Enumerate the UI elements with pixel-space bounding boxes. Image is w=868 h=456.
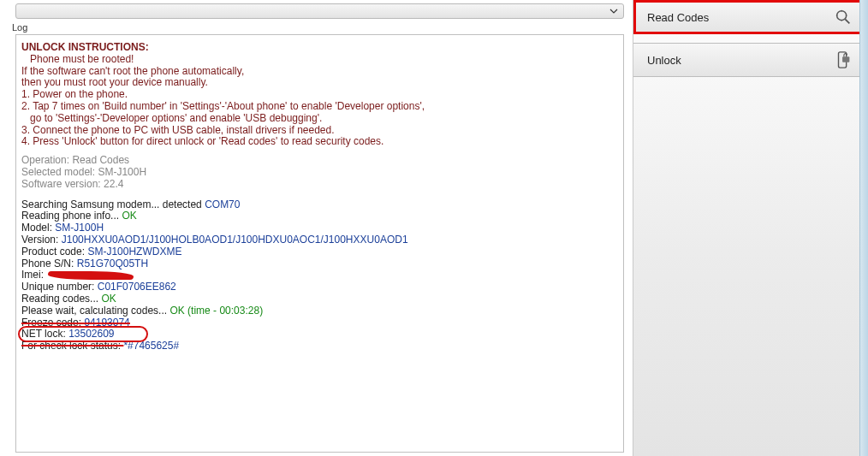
version-line: Version: J100HXXU0AOD1/J100HOLB0AOD1/J10… — [21, 234, 618, 246]
svg-line-1 — [845, 19, 849, 23]
phone-sn-line: Phone S/N: R51G70Q05TH — [21, 258, 618, 270]
read-codes-label: Read Codes — [647, 11, 709, 24]
check-lock-line: For check lock status: *#7465625# — [21, 341, 618, 352]
software-version-line: Software version: 22.4 — [21, 179, 618, 191]
imei-line: Imei: — [21, 269, 618, 281]
operation-line: Operation: Read Codes — [21, 155, 618, 167]
instruction-line: go to 'Settings'-'Developer options' and… — [21, 113, 618, 125]
reading-info-line: Reading phone info... OK — [21, 210, 618, 222]
svg-point-0 — [837, 11, 847, 21]
selected-model-line: Selected model: SM-J100H — [21, 167, 618, 179]
chevron-down-icon — [608, 5, 620, 17]
phone-unlock-icon — [834, 50, 853, 69]
reading-codes-line: Reading codes... OK — [21, 293, 618, 305]
model-line: Model: SM-J100H — [21, 222, 618, 234]
read-codes-button[interactable]: Read Codes — [633, 0, 868, 34]
instruction-line: 3. Connect the phone to PC with USB cabl… — [21, 125, 618, 137]
log-label: Log — [12, 22, 624, 33]
instructions-title: UNLOCK INSTRUCTIONS: — [21, 42, 618, 54]
unlock-label: Unlock — [647, 54, 681, 67]
unique-number-line: Unique number: C01F0706EE862 — [21, 281, 618, 293]
net-lock-line: NET lock: 13502609 — [21, 329, 618, 341]
left-pane: Log UNLOCK INSTRUCTIONS: Phone must be r… — [0, 0, 633, 456]
instruction-line: If the software can't root the phone aut… — [21, 66, 618, 78]
instruction-line: Phone must be rooted! — [21, 54, 618, 66]
instruction-line: 1. Power on the phone. — [21, 89, 618, 101]
log-output: UNLOCK INSTRUCTIONS: Phone must be roote… — [15, 34, 624, 453]
instruction-line: 4. Press 'Unlock' button for direct unlo… — [21, 136, 618, 148]
product-code-line: Product code: SM-J100HZWDXME — [21, 246, 618, 258]
searching-modem-line: Searching Samsung modem... detected COM7… — [21, 199, 618, 211]
freeze-code-line: Freeze code: 94193074 — [21, 317, 618, 329]
instruction-line: then you must root your device manually. — [21, 77, 618, 89]
magnifier-gear-icon — [834, 8, 853, 27]
calculating-line: Please wait, calculating codes... OK (ti… — [21, 305, 618, 317]
instruction-line: 2. Tap 7 times on 'Build number' in 'Set… — [21, 101, 618, 113]
window-border — [859, 0, 868, 456]
unlock-button[interactable]: Unlock — [633, 43, 868, 77]
right-pane: Read Codes Unlock — [633, 0, 868, 456]
top-dropdown[interactable] — [15, 3, 624, 19]
redaction-mark — [48, 271, 134, 280]
strike-mark — [21, 323, 130, 324]
svg-rect-7 — [842, 56, 849, 62]
